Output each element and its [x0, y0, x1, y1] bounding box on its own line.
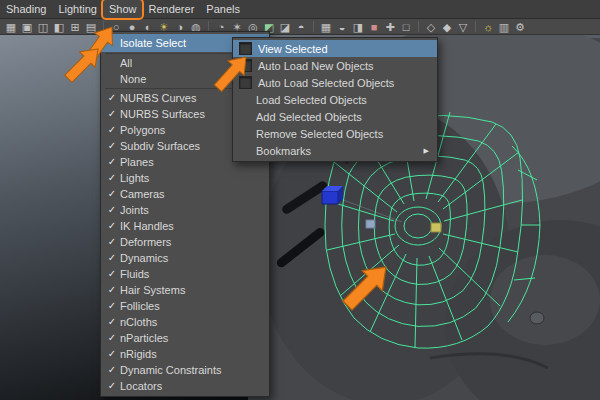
xray-icon[interactable]: ◪	[278, 20, 292, 34]
auto-load-selected-checkbox[interactable]	[239, 76, 252, 89]
auto-load-new-checkbox[interactable]	[239, 59, 252, 72]
settings-icon[interactable]: ⚙	[513, 20, 527, 34]
submenu-item-load-selected-objects[interactable]: Load Selected Objects	[233, 91, 437, 108]
yellow-cube[interactable]	[431, 223, 441, 232]
checkmark-icon: ✓	[104, 250, 120, 266]
checkmark-icon: ✓	[104, 170, 120, 186]
three-pane-icon[interactable]: ◧	[52, 20, 66, 34]
menu-panels[interactable]: Panels	[200, 0, 246, 18]
checkmark-icon: ✓	[104, 330, 120, 346]
submenu-item-auto-load-selected-objects[interactable]: Auto Load Selected Objects	[233, 74, 437, 91]
menu-item-joints[interactable]: ✓ Joints	[101, 202, 269, 218]
res-gate-icon[interactable]: ◨	[351, 20, 365, 34]
exposure-icon[interactable]: ◇	[424, 20, 438, 34]
checkmark-icon: ✓	[104, 138, 120, 154]
checkmark-icon: ✓	[104, 202, 120, 218]
menu-item-nparticles[interactable]: ✓ nParticles	[101, 330, 269, 346]
checkmark-icon: ✓	[104, 346, 120, 362]
menu-lighting[interactable]: Lighting	[52, 0, 103, 18]
panel-menubar: Shading Lighting Show Renderer Panels	[0, 0, 600, 19]
xray-joints-icon[interactable]: ◓	[294, 20, 308, 34]
checkmark-icon: ✓	[104, 154, 120, 170]
menu-shading[interactable]: Shading	[0, 0, 52, 18]
submenu-item-view-selected[interactable]: View Selected	[233, 40, 437, 57]
checkmark-icon: ✓	[104, 266, 120, 282]
checkmark-icon: ✓	[104, 378, 120, 394]
checkmark-icon: ✓	[104, 314, 120, 330]
menu-item-cameras[interactable]: ✓ Cameras	[101, 186, 269, 202]
view-selected-checkbox[interactable]	[239, 42, 252, 55]
gate-mask-icon[interactable]: ■	[367, 20, 381, 34]
light-editor-icon[interactable]: ☼	[481, 20, 495, 34]
menu-item-dynamics[interactable]: ✓ Dynamics	[101, 250, 269, 266]
checkmark-icon: ✓	[104, 90, 120, 106]
checkmark-icon: ✓	[104, 234, 120, 250]
menu-item-hair-systems[interactable]: ✓ Hair Systems	[101, 282, 269, 298]
toolbar-separator	[313, 21, 314, 32]
submenu-arrow-icon: ▶	[424, 147, 429, 155]
toolbar-separator	[418, 21, 419, 32]
submenu-item-auto-load-new-objects[interactable]: Auto Load New Objects	[233, 57, 437, 74]
checkmark-icon: ✓	[104, 362, 120, 378]
menu-item-deformers[interactable]: ✓ Deformers	[101, 234, 269, 250]
viewport-icon-toolbar: ▦ ▣ ◫ ◧ ⊞ ▤ ○ ● ◐ ☀ ◑ ◍ ◔ ✶ ◎ ◩ ◪ ◓ ▦ ◒ …	[0, 19, 600, 35]
checkmark-icon: ✓	[104, 282, 120, 298]
two-pane-icon[interactable]: ◫	[36, 20, 50, 34]
menu-item-lights[interactable]: ✓ Lights	[101, 170, 269, 186]
submenu-item-bookmarks[interactable]: Bookmarks ▶	[233, 142, 437, 159]
checkmark-icon: ✓	[104, 186, 120, 202]
four-pane-icon[interactable]: ⊞	[68, 20, 82, 34]
channel-box-icon[interactable]: ▥	[497, 20, 511, 34]
safe-action-icon[interactable]: □	[399, 20, 413, 34]
menu-item-nrigids[interactable]: ✓ nRigids	[101, 346, 269, 362]
menu-item-dynamic-constraints[interactable]: ✓ Dynamic Constraints	[101, 362, 269, 378]
menu-item-fluids[interactable]: ✓ Fluids	[101, 266, 269, 282]
checkmark-icon: ✓	[104, 298, 120, 314]
submenu-item-remove-selected-objects[interactable]: Remove Selected Objects	[233, 125, 437, 142]
checkmark-icon: ✓	[104, 106, 120, 122]
menu-grid-icon[interactable]: ▦	[4, 20, 18, 34]
menu-item-ik-handles[interactable]: ✓ IK Handles	[101, 218, 269, 234]
blue-cube[interactable]	[322, 186, 343, 204]
gamma-icon[interactable]: ◆	[440, 20, 454, 34]
film-gate-icon[interactable]: ◒	[335, 20, 349, 34]
field-chart-icon[interactable]: ✚	[383, 20, 397, 34]
view-transform-icon[interactable]: ▽	[456, 20, 470, 34]
checkmark-icon: ✓	[104, 218, 120, 234]
toolbar-separator	[475, 21, 476, 32]
grid-toggle-icon[interactable]: ▦	[319, 20, 333, 34]
submenu-item-add-selected-objects[interactable]: Add Selected Objects	[233, 108, 437, 125]
single-pane-icon[interactable]: ▣	[20, 20, 34, 34]
menu-item-ncloths[interactable]: ✓ nCloths	[101, 314, 269, 330]
menu-show[interactable]: Show	[103, 0, 143, 18]
checkmark-icon: ✓	[104, 122, 120, 138]
menu-item-follicles[interactable]: ✓ Follicles	[101, 298, 269, 314]
isolate-select-submenu: View Selected Auto Load New Objects Auto…	[232, 37, 438, 162]
outliner-layout-icon[interactable]: ▤	[84, 20, 98, 34]
menu-renderer[interactable]: Renderer	[142, 0, 200, 18]
gray-cube[interactable]	[366, 220, 375, 228]
maya-viewport-panel: Shading Lighting Show Renderer Panels ▦ …	[0, 0, 600, 400]
menu-item-locators[interactable]: ✓ Locators	[101, 378, 269, 394]
